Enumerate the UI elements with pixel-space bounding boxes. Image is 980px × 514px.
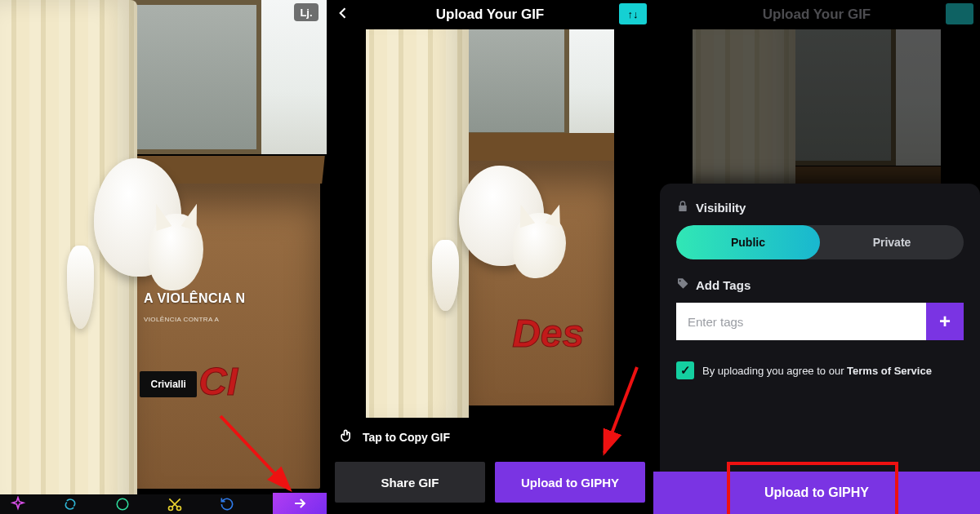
upload-to-giphy-button[interactable]: Upload to GIPHY bbox=[653, 472, 980, 514]
panel-upload-sheet: Upload Your GIF Visibility Public Privat… bbox=[653, 0, 980, 514]
tap-label: Tap to Copy GIF bbox=[363, 431, 450, 444]
agree-checkbox[interactable]: ✓ bbox=[676, 361, 694, 379]
tags-input[interactable]: Enter tags bbox=[676, 303, 926, 340]
panel-editor: A VIOLÊNCIA N VIOLÊNCIA CONTRA A Crivial… bbox=[0, 0, 327, 514]
add-tag-button[interactable]: + bbox=[926, 303, 964, 340]
reorder-button-dimmed bbox=[946, 3, 973, 24]
add-tags-label: Add Tags bbox=[676, 277, 964, 293]
gif-preview: A VIOLÊNCIA N VIOLÊNCIA CONTRA A Crivial… bbox=[0, 0, 327, 514]
visibility-label: Visibility bbox=[676, 200, 964, 215]
action-row: Share GIF Upload to GIPHY bbox=[335, 462, 645, 503]
gif-preview[interactable]: Des bbox=[366, 29, 614, 418]
header-dimmed: Upload Your GIF bbox=[653, 0, 980, 29]
tag-row: Enter tags + bbox=[676, 303, 964, 340]
rotate-icon[interactable] bbox=[217, 494, 237, 514]
header: Upload Your GIF ↑↓ bbox=[327, 0, 653, 29]
visibility-private[interactable]: Private bbox=[820, 225, 964, 259]
sparkle-icon[interactable] bbox=[8, 494, 28, 514]
tag-icon bbox=[676, 277, 689, 293]
visibility-public[interactable]: Public bbox=[676, 225, 820, 259]
share-gif-button[interactable]: Share GIF bbox=[335, 462, 485, 503]
aspect-badge[interactable]: Lj. bbox=[294, 3, 318, 21]
page-title: Upload Your GIF bbox=[763, 7, 871, 23]
next-button[interactable] bbox=[273, 493, 327, 514]
lock-icon bbox=[676, 200, 689, 215]
upload-to-giphy-button[interactable]: Upload to GIPHY bbox=[495, 462, 645, 503]
upload-options-sheet: Visibility Public Private Add Tags Enter… bbox=[660, 184, 980, 514]
cut-icon[interactable] bbox=[165, 494, 185, 514]
visibility-segment[interactable]: Public Private bbox=[676, 225, 964, 259]
terms-link[interactable]: Terms of Service bbox=[847, 365, 932, 377]
reorder-button[interactable]: ↑↓ bbox=[619, 3, 647, 24]
agree-row[interactable]: ✓ By uploading you agree to our Terms of… bbox=[676, 361, 964, 379]
circle-icon[interactable] bbox=[113, 494, 132, 514]
back-icon[interactable] bbox=[335, 5, 351, 24]
loop-icon[interactable] bbox=[60, 494, 80, 514]
svg-point-0 bbox=[117, 498, 128, 510]
tap-to-copy[interactable]: Tap to Copy GIF bbox=[338, 427, 450, 447]
page-title: Upload Your GIF bbox=[436, 7, 545, 23]
panel-upload-preview: Upload Your GIF ↑↓ Des Tap to Copy GIF S… bbox=[327, 0, 653, 514]
tap-icon bbox=[338, 427, 354, 447]
agree-text: By uploading you agree to our Terms of S… bbox=[702, 365, 932, 377]
box-logo-red: CI bbox=[198, 359, 238, 404]
box-logo-small: Crivialli bbox=[140, 371, 197, 397]
